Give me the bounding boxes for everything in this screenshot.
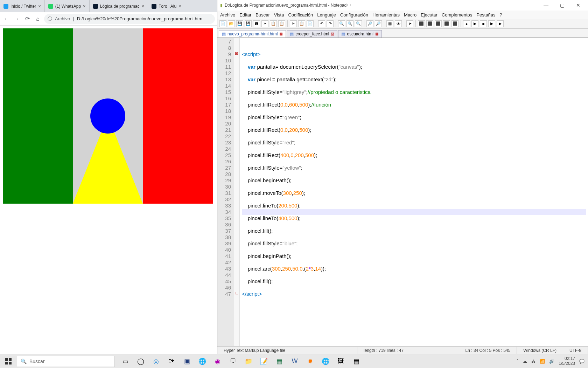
menu-item[interactable]: Buscar (255, 12, 270, 18)
notepad-icon[interactable]: 📝 (256, 354, 272, 368)
code-line[interactable] (242, 285, 586, 291)
toolbar-button[interactable]: 💾 (245, 20, 252, 27)
menu-item[interactable]: Archivo (220, 12, 235, 18)
code-line[interactable]: pincel.fillStyle="yellow"; (242, 165, 586, 171)
code-line[interactable]: pincel.moveTo(300,250); (242, 190, 586, 196)
code-line[interactable] (242, 39, 586, 45)
tab-close-icon[interactable]: × (178, 4, 181, 9)
toolbar-button[interactable]: 📄 (219, 20, 226, 27)
reload-button[interactable]: ⟳ (23, 15, 31, 23)
toolbar-button[interactable]: ✂ (261, 20, 268, 27)
toolbar-button[interactable]: 📂 (228, 20, 235, 27)
code-line[interactable] (242, 70, 586, 76)
taskbar-search[interactable]: 🔍 Buscar (17, 356, 115, 367)
toolbar-button[interactable]: ▶ (471, 20, 478, 27)
toolbar-button[interactable]: 📋 (278, 20, 285, 27)
toolbar-button[interactable]: 🔎 (375, 20, 382, 27)
code-line[interactable]: pincel.arc(300,250,50,0,(2*3,14)); (242, 266, 586, 272)
code-line[interactable] (242, 108, 586, 114)
code-line[interactable]: pincel.fill(); (242, 228, 586, 234)
tray-clock[interactable]: 02:17 1/5/2023 (559, 356, 575, 366)
file-tab-close-icon[interactable]: ⊠ (279, 32, 283, 36)
task-view-icon[interactable]: ▭ (118, 354, 133, 368)
menu-item[interactable]: Configuración (340, 12, 368, 18)
cortana-icon[interactable]: ◯ (133, 354, 148, 368)
menu-item[interactable]: Editar (239, 12, 251, 18)
code-line[interactable]: var pantalla= document.querySelector("ca… (242, 64, 586, 70)
code-line[interactable] (242, 133, 586, 139)
flame-icon[interactable]: ✹ (302, 354, 318, 368)
notes-icon[interactable]: 🗨 (225, 354, 241, 368)
app-icon[interactable]: ◉ (210, 354, 225, 368)
code-line[interactable]: </script> (242, 291, 586, 297)
edge-icon[interactable]: ◎ (148, 354, 164, 368)
toolbar-button[interactable]: 🔎 (366, 20, 373, 27)
toolbar-button[interactable]: ▶ (497, 20, 504, 27)
tray-volume-icon[interactable]: 🔊 (549, 359, 554, 364)
menu-item[interactable]: ? (500, 12, 502, 18)
code-line[interactable] (242, 247, 586, 253)
toolbar-button[interactable]: ▶ (488, 20, 495, 27)
code-line[interactable]: var pincel = pantalla.getContext("2d"); (242, 76, 586, 83)
file-tab-close-icon[interactable]: ⊠ (331, 32, 334, 36)
code-line[interactable] (242, 146, 586, 152)
toolbar-button[interactable]: ⬛ (443, 20, 450, 27)
code-line[interactable]: pincel.fillRect(0,0,200,500); (242, 127, 586, 133)
menu-item[interactable]: Vista (274, 12, 284, 18)
word-icon[interactable]: W (287, 354, 302, 368)
tray-cloud-icon[interactable]: ☁ (523, 359, 527, 364)
file-tab[interactable]: ▤creeper_face.html⊠ (287, 30, 337, 38)
back-button[interactable]: ← (2, 15, 10, 23)
address-bar[interactable]: ⓘ Archivo | D:/Logica%20de%20Programacio… (44, 14, 215, 24)
code-line[interactable]: pincel.fillStyle="blue"; (242, 240, 586, 247)
code-area[interactable]: <script> var pantalla= document.querySel… (240, 38, 588, 346)
forward-button[interactable]: → (13, 15, 21, 23)
code-line[interactable] (242, 184, 586, 190)
browser-tab[interactable]: Foro | Alu × (148, 0, 185, 12)
toolbar-button[interactable]: 🔍 (355, 20, 362, 27)
toolbar-button[interactable]: ➤ (406, 20, 413, 27)
code-line[interactable] (242, 234, 586, 240)
npp-titlebar[interactable]: ▮ D:\Logica de Programacion\nuevo_progra… (217, 0, 588, 11)
code-line[interactable]: pincel.fill(); (242, 278, 586, 285)
menu-item[interactable]: Lenguaje (317, 12, 336, 18)
code-line[interactable] (242, 222, 586, 228)
code-line[interactable] (242, 95, 586, 102)
code-line[interactable]: pincel.lineTo(200,500); (242, 203, 586, 209)
code-line[interactable]: pincel.fillStyle="green"; (242, 114, 586, 121)
toolbar-button[interactable]: 📋 (298, 20, 305, 27)
toolbar-button[interactable]: ↶ (318, 20, 325, 27)
toolbar-button[interactable]: 🖪 (253, 20, 260, 27)
explorer-icon[interactable]: 📁 (241, 354, 256, 368)
toolbar-button[interactable]: ⬛ (451, 20, 458, 27)
close-button[interactable]: ✕ (571, 2, 585, 8)
browser-tab[interactable]: (1) WhatsApp × (45, 0, 90, 12)
minimize-button[interactable]: — (539, 2, 553, 8)
code-line[interactable] (242, 171, 586, 177)
start-button[interactable] (0, 354, 17, 368)
tab-close-icon[interactable]: × (38, 4, 41, 9)
browser-tab[interactable]: Inicio / Twitter × (0, 0, 45, 12)
toolbar-button[interactable]: ⬛ (418, 20, 425, 27)
code-line[interactable] (242, 57, 586, 64)
code-line[interactable]: <script> (242, 51, 586, 57)
menu-item[interactable]: Pestañas (476, 12, 495, 18)
toolbar-button[interactable]: 💾 (236, 20, 243, 27)
powershell-icon[interactable]: ▣ (179, 354, 195, 368)
code-line[interactable] (242, 45, 586, 51)
toolbar-button[interactable]: 📋 (270, 20, 277, 27)
store-icon[interactable]: 🛍 (164, 354, 179, 368)
paint-icon[interactable]: 🖼 (333, 354, 349, 368)
tray-wifi-icon[interactable]: 📶 (540, 359, 545, 364)
file-tab[interactable]: ▤escuadra.html⊠ (338, 30, 382, 38)
menu-item[interactable]: Herramientas (372, 12, 400, 18)
code-line[interactable] (242, 121, 586, 127)
code-line[interactable]: pincel.fillStyle="red"; (242, 139, 586, 146)
code-line[interactable]: pincel.lineTo(400,500); (242, 215, 586, 222)
browser-tab[interactable]: Lógica de programac × (90, 0, 148, 12)
menu-item[interactable]: Complementos (442, 12, 472, 18)
code-line[interactable]: pincel.fillStyle="lightgrey";//propiedad… (242, 89, 586, 95)
code-line[interactable]: pincel.beginPath(); (242, 253, 586, 259)
code-line[interactable]: pincel.fillRect(400,0,200,500); (242, 152, 586, 158)
toolbar-button[interactable]: 🔍 (338, 20, 345, 27)
